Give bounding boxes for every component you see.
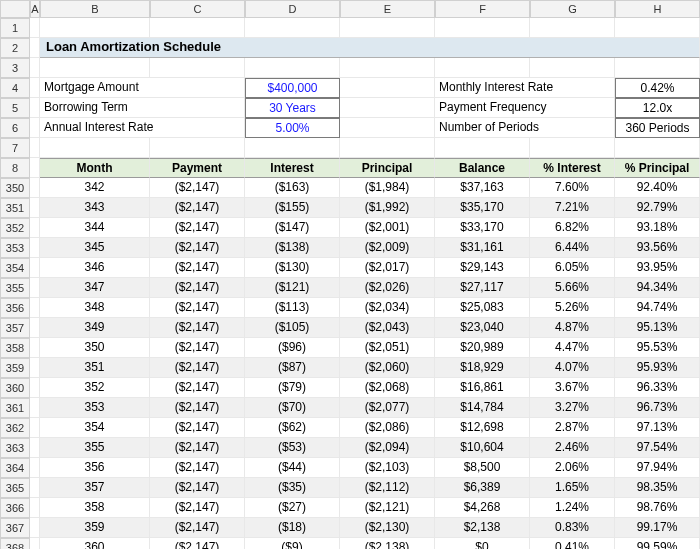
mortgage-amount-value[interactable]: $400,000: [245, 78, 340, 98]
payment-frequency-value: 12.0x: [615, 98, 700, 118]
cell-payment: ($2,147): [150, 298, 245, 318]
cell-balance: $31,161: [435, 238, 530, 258]
cell-interest: ($87): [245, 358, 340, 378]
cell-payment: ($2,147): [150, 178, 245, 198]
cell-principal: ($2,001): [340, 218, 435, 238]
cell-principal: ($2,112): [340, 478, 435, 498]
cell-payment: ($2,147): [150, 338, 245, 358]
cell-month: 359: [40, 518, 150, 538]
row-header-367[interactable]: 367: [0, 518, 30, 538]
row-header-352[interactable]: 352: [0, 218, 30, 238]
row-header-359[interactable]: 359: [0, 358, 30, 378]
row-header-7[interactable]: 7: [0, 138, 30, 158]
payment-frequency-label: Payment Frequency: [435, 98, 615, 118]
cell-interest: ($62): [245, 418, 340, 438]
cell-principal: ($2,043): [340, 318, 435, 338]
row-header-350[interactable]: 350: [0, 178, 30, 198]
col-header-D[interactable]: D: [245, 0, 340, 18]
annual-interest-rate-value[interactable]: 5.00%: [245, 118, 340, 138]
row-header-3[interactable]: 3: [0, 58, 30, 78]
row-header-354[interactable]: 354: [0, 258, 30, 278]
page-title: Loan Amortization Schedule: [40, 38, 700, 58]
cell-principal: ($1,992): [340, 198, 435, 218]
number-of-periods-value: 360 Periods: [615, 118, 700, 138]
row-header-357[interactable]: 357: [0, 318, 30, 338]
cell-interest: ($9): [245, 538, 340, 549]
row-header-353[interactable]: 353: [0, 238, 30, 258]
cell-pct-principal: 93.56%: [615, 238, 700, 258]
cell-interest: ($27): [245, 498, 340, 518]
cell-pct-interest: 2.87%: [530, 418, 615, 438]
row-header-5[interactable]: 5: [0, 98, 30, 118]
borrowing-term-value[interactable]: 30 Years: [245, 98, 340, 118]
cell-month: 355: [40, 438, 150, 458]
cell-payment: ($2,147): [150, 418, 245, 438]
row-header-362[interactable]: 362: [0, 418, 30, 438]
cell-principal: ($2,026): [340, 278, 435, 298]
row-header-363[interactable]: 363: [0, 438, 30, 458]
cell-month: 346: [40, 258, 150, 278]
row-header-4[interactable]: 4: [0, 78, 30, 98]
row-header-8[interactable]: 8: [0, 158, 30, 178]
cell-principal: ($2,121): [340, 498, 435, 518]
cell-principal: ($1,984): [340, 178, 435, 198]
cell-payment: ($2,147): [150, 438, 245, 458]
cell-pct-interest: 1.24%: [530, 498, 615, 518]
row-header-1[interactable]: 1: [0, 18, 30, 38]
cell-month: 343: [40, 198, 150, 218]
cell-interest: ($155): [245, 198, 340, 218]
cell-payment: ($2,147): [150, 538, 245, 549]
cell-principal: ($2,103): [340, 458, 435, 478]
cell-pct-principal: 98.76%: [615, 498, 700, 518]
cell-payment: ($2,147): [150, 318, 245, 338]
cell-pct-principal: 98.35%: [615, 478, 700, 498]
cell-principal: ($2,009): [340, 238, 435, 258]
cell-balance: $37,163: [435, 178, 530, 198]
cell-month: 353: [40, 398, 150, 418]
cell-pct-interest: 6.05%: [530, 258, 615, 278]
cell-principal: ($2,130): [340, 518, 435, 538]
col-header-A[interactable]: A: [30, 0, 40, 18]
cell-interest: ($44): [245, 458, 340, 478]
cell-interest: ($121): [245, 278, 340, 298]
cell-pct-interest: 7.60%: [530, 178, 615, 198]
cell-balance: $2,138: [435, 518, 530, 538]
row-header-364[interactable]: 364: [0, 458, 30, 478]
col-header-B[interactable]: B: [40, 0, 150, 18]
select-all-corner[interactable]: [0, 0, 30, 18]
row-header-351[interactable]: 351: [0, 198, 30, 218]
col-header-F[interactable]: F: [435, 0, 530, 18]
row-header-356[interactable]: 356: [0, 298, 30, 318]
cell-principal: ($2,094): [340, 438, 435, 458]
col-interest: Interest: [245, 158, 340, 178]
cell-interest: ($105): [245, 318, 340, 338]
cell-interest: ($147): [245, 218, 340, 238]
cell-interest: ($113): [245, 298, 340, 318]
row-header-368[interactable]: 368: [0, 538, 30, 549]
cell-month: 348: [40, 298, 150, 318]
col-payment: Payment: [150, 158, 245, 178]
row-header-360[interactable]: 360: [0, 378, 30, 398]
cell-interest: ($53): [245, 438, 340, 458]
row-header-6[interactable]: 6: [0, 118, 30, 138]
cell-pct-principal: 99.59%: [615, 538, 700, 549]
cell-pct-interest: 3.67%: [530, 378, 615, 398]
row-header-361[interactable]: 361: [0, 398, 30, 418]
cell-principal: ($2,051): [340, 338, 435, 358]
col-header-G[interactable]: G: [530, 0, 615, 18]
row-header-365[interactable]: 365: [0, 478, 30, 498]
cell-principal: ($2,017): [340, 258, 435, 278]
cell-principal: ($2,068): [340, 378, 435, 398]
row-header-355[interactable]: 355: [0, 278, 30, 298]
row-header-358[interactable]: 358: [0, 338, 30, 358]
row-header-2[interactable]: 2: [0, 38, 30, 58]
cell-balance: $27,117: [435, 278, 530, 298]
row-header-366[interactable]: 366: [0, 498, 30, 518]
col-header-H[interactable]: H: [615, 0, 700, 18]
cell-balance: $12,698: [435, 418, 530, 438]
cell-interest: ($70): [245, 398, 340, 418]
col-header-E[interactable]: E: [340, 0, 435, 18]
cell-principal: ($2,060): [340, 358, 435, 378]
spreadsheet-grid[interactable]: ABCDEFGH12Loan Amortization Schedule34Mo…: [0, 0, 700, 549]
col-header-C[interactable]: C: [150, 0, 245, 18]
